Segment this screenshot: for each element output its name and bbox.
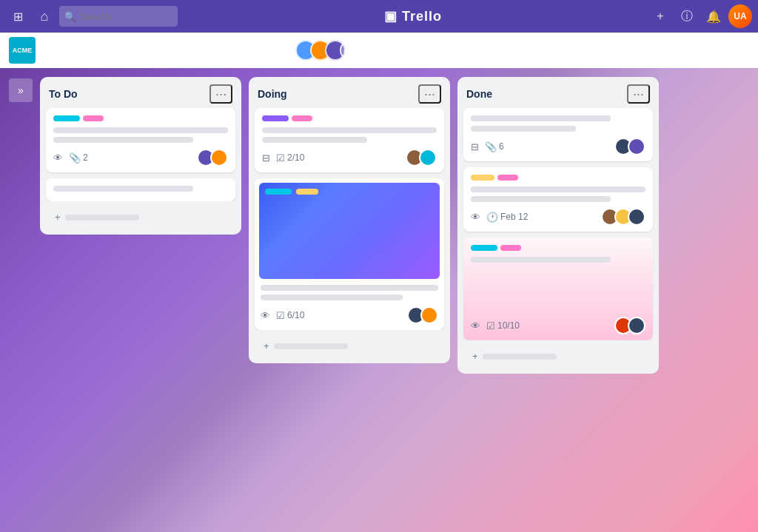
column-todo-cards: 👁 📎 2 [40,108,241,201]
card-tags [262,115,437,121]
board-more-button[interactable]: ··· [667,39,684,61]
card-todo-2[interactable] [46,178,235,201]
tag-cyan [471,245,497,251]
card-avatars [601,208,645,226]
card-avatars [406,149,437,166]
paperclip-icon: 📎 [485,141,497,152]
card-meta: ⊟ 📎 6 [471,141,504,152]
sidebar-toggle-button[interactable]: » [9,78,33,102]
card-done-1[interactable]: ⊟ 📎 6 [463,108,653,161]
column-todo-header: To Do ··· [40,77,241,108]
clock-icon: 🕐 [486,212,498,223]
column-done-header: Done ··· [457,77,659,108]
column-done-menu-button[interactable]: ··· [627,84,650,104]
card-done-2[interactable]: 👁 🕐 Feb 12 [463,167,653,232]
tag-yellow [471,175,494,181]
board-title: Project Team Spirit [76,43,190,58]
card-avatar-3 [628,208,645,226]
members-count-badge[interactable]: +12 [340,40,360,61]
card-avatar-2 [210,149,228,166]
add-card-button-doing[interactable]: + [255,334,444,357]
paperclip-icon: 📎 [69,152,81,164]
checklist-meta: ☑ 6/10 [276,310,304,321]
user-avatar[interactable]: UA [728,4,752,28]
card-title-line-1 [262,127,437,133]
card-image [259,183,440,279]
chevron-right-icon: » [18,84,24,96]
add-card-label [65,215,139,220]
members-avatars: +12 [295,40,360,61]
watch-meta: 👁 [261,310,270,321]
column-doing-cards: ⊟ ☑ 2/10 [249,108,450,330]
column-todo-title: To Do [49,88,78,100]
checklist-count: 2/10 [287,152,304,163]
card-footer: ⊟ 📎 6 [471,138,645,155]
column-doing-menu-button[interactable]: ··· [418,84,441,104]
view-toggle[interactable] [690,40,749,61]
checklist-meta: ☑ 10/10 [486,320,520,331]
column-todo-menu-button[interactable]: ··· [209,84,232,104]
tag-purple [262,115,289,121]
card-avatar-2 [420,306,438,324]
board-type-badge[interactable]: ⊞ ▾ [41,41,70,58]
column-todo: To Do ··· 👁 📎 [40,77,241,235]
card-title-line-2 [262,137,367,143]
eye-icon: 👁 [53,152,63,164]
checklist-count: 6/10 [287,310,304,320]
card-title-line-2 [471,126,576,132]
checkbox-icon: ☑ [276,310,285,321]
acme-text: ACME [13,47,33,54]
board-body: » To Do ··· 👁 [0,68,758,532]
tag-pink [83,115,104,121]
card-title-line-1 [261,285,438,291]
card-done-3[interactable]: 👁 ☑ 10/10 [463,238,653,340]
notifications-button[interactable]: 🔔 [702,4,725,28]
card-doing-1[interactable]: ⊟ ☑ 2/10 [255,108,444,172]
star-button[interactable]: ★ [195,41,211,60]
card-title-line-1 [53,186,193,192]
column-doing: Doing ··· ⊟ ☑ [249,77,450,363]
search-input[interactable] [59,6,178,27]
checkbox-icon: ☑ [276,152,285,164]
card-tags [53,115,228,121]
card-title-line-1 [471,186,645,192]
due-date-meta: 🕐 Feb 12 [486,212,528,223]
list-meta: ⊟ [471,141,479,152]
add-card-button-done[interactable]: + [463,345,653,368]
divider [220,41,221,59]
add-button[interactable]: + [648,4,672,28]
tag-cyan [53,115,80,121]
acme-logo[interactable]: ACME [9,37,36,64]
board-type-dropdown-icon: ▾ [58,44,64,55]
list-meta: ⊟ [262,152,270,164]
card-avatars [197,149,228,166]
add-card-button-todo[interactable]: + [46,206,235,229]
plus-icon: + [55,212,61,223]
grid-icon-button[interactable]: ⊞ [6,4,30,28]
board-type-icon: ⊞ [47,44,56,55]
card-title-line-1 [471,115,611,121]
card-todo-1[interactable]: 👁 📎 2 [46,108,235,172]
card-footer: ⊟ ☑ 2/10 [262,149,437,166]
attachment-meta: 📎 2 [69,152,88,164]
card-doing-2[interactable]: 👁 ☑ 6/10 [255,178,444,330]
card-meta: ⊟ ☑ 2/10 [262,152,304,164]
card-avatar-2 [419,149,437,166]
add-card-label [274,343,348,349]
watch-meta: 👁 [471,212,480,223]
watch-meta: 👁 [53,152,63,164]
trello-title: Trello [402,9,442,24]
column-doing-header: Doing ··· [249,77,450,108]
workspace-button[interactable]: Acme, Inc. [229,41,289,58]
attachment-meta: 📎 6 [485,141,504,152]
due-date: Feb 12 [500,212,528,222]
card-title-line-2 [261,294,403,300]
card-title-line-1 [471,257,611,263]
invite-button[interactable]: Invite [366,41,407,59]
home-button[interactable]: ⌂ [33,4,56,28]
attachment-count: 6 [499,141,504,152]
info-button[interactable]: ⓘ [675,4,699,28]
card-footer: 👁 🕐 Feb 12 [471,208,645,226]
attachment-count: 2 [83,152,88,163]
plus-icon: + [472,351,478,362]
